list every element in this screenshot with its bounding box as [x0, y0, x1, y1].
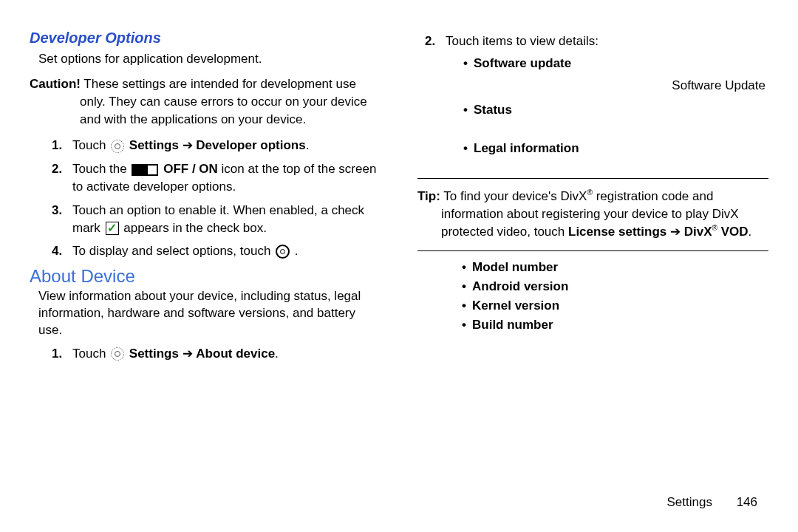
- tip-label: Tip:: [417, 189, 440, 203]
- caution-block: Caution! These settings are intended for…: [30, 75, 381, 128]
- item-legal-info: Legal information: [463, 140, 768, 157]
- step-4: 4. To display and select options, touch …: [52, 242, 381, 260]
- tip-block: Tip: To find your device's DivX® registr…: [417, 188, 768, 240]
- developer-options-intro: Set options for application development.: [38, 51, 381, 68]
- step-2: 2. Touch the OFF / ON icon at the top of…: [52, 160, 381, 196]
- rule-bottom: [417, 250, 768, 251]
- page-footer: Settings 146: [666, 495, 757, 510]
- footer-page-number: 146: [737, 495, 757, 509]
- gear-icon: [111, 347, 124, 361]
- left-column: Developer Options Set options for applic…: [30, 30, 399, 517]
- details-list-2: Model number Android version Kernel vers…: [462, 260, 768, 332]
- page: Developer Options Set options for applic…: [0, 0, 798, 532]
- details-step-2: 2. Touch items to view details: Software…: [425, 33, 768, 157]
- toggle-icon: [132, 164, 158, 176]
- caution-line2: only. They can cause errors to occur on …: [30, 93, 381, 129]
- developer-options-heading: Developer Options: [30, 30, 381, 47]
- caution-label: Caution!: [30, 77, 81, 91]
- item-status: Status: [463, 101, 768, 119]
- about-device-heading: About Device: [30, 266, 381, 287]
- gear-icon: [111, 140, 124, 153]
- item-kernel-version: Kernel version: [462, 299, 768, 313]
- about-device-desc: View information about your device, incl…: [38, 288, 381, 339]
- item-build-number: Build number: [462, 318, 768, 332]
- about-steps: 1. Touch Settings ➔ About device.: [52, 345, 381, 363]
- right-column: 2. Touch items to view details: Software…: [399, 30, 768, 517]
- ring-icon: [276, 245, 290, 259]
- item-model-number: Model number: [462, 260, 768, 275]
- reg-mark: ®: [587, 188, 593, 197]
- software-update-note: Software Update: [446, 77, 765, 95]
- details-list-1: Software update: [463, 55, 768, 72]
- checkmark-icon: [106, 222, 119, 235]
- details-list-1b: Status Legal information: [463, 101, 768, 157]
- caution-line1: These settings are intended for developm…: [83, 77, 356, 91]
- footer-section: Settings: [666, 495, 712, 509]
- step-3: 3. Touch an option to enable it. When en…: [52, 202, 381, 237]
- details-steps: 2. Touch items to view details: Software…: [425, 33, 768, 157]
- rule-top: [417, 178, 768, 179]
- item-software-update: Software update: [463, 55, 768, 72]
- item-android-version: Android version: [462, 279, 768, 294]
- about-step-1: 1. Touch Settings ➔ About device.: [52, 345, 381, 363]
- step-1: 1. Touch Settings ➔ Developer options.: [52, 137, 381, 154]
- developer-steps: 1. Touch Settings ➔ Developer options. 2…: [52, 137, 381, 260]
